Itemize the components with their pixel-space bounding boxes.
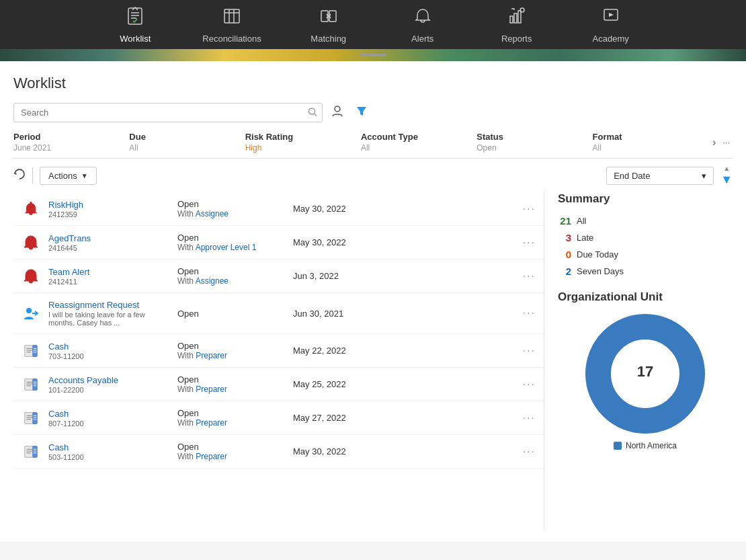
cash-503-more-button[interactable]: ···: [523, 446, 536, 458]
filter-account-type[interactable]: Account Type All: [361, 132, 476, 153]
filter-account-type-value: All: [361, 143, 463, 153]
summary-label-seven-days: Seven Days: [577, 266, 624, 276]
accounts-payable-preparer-link[interactable]: Preparer: [196, 385, 227, 394]
summary-row-seven-days: 2 Seven Days: [558, 266, 733, 277]
filter-button[interactable]: [352, 102, 371, 124]
cash-503-info: Cash 503-11200: [48, 442, 169, 461]
cash-503-status: Open With Preparer: [177, 442, 285, 461]
cash-703-status: Open With Preparer: [177, 341, 285, 360]
cash-703-icon: [22, 342, 40, 360]
cash-703-date: May 22, 2022: [293, 346, 367, 356]
svg-point-20: [30, 202, 32, 204]
accounts-payable-more-button[interactable]: ···: [523, 378, 536, 391]
accounts-payable-info: Accounts Payable 101-22200: [48, 375, 169, 394]
summary-label-late: Late: [577, 233, 593, 243]
svg-rect-4: [224, 9, 239, 23]
agedtrans-info: AgedTrans 2416445: [48, 233, 169, 252]
summary-label-due-today: Due Today: [577, 249, 618, 259]
filter-risk[interactable]: Risk Rating High: [245, 132, 361, 153]
filter-format-label: Format: [593, 132, 695, 142]
nav-item-alerts[interactable]: Alerts: [396, 7, 450, 44]
summary-row-late: 3 Late: [558, 232, 733, 243]
filter-status[interactable]: Status Open: [476, 132, 592, 153]
teamalert-more-button[interactable]: ···: [523, 270, 536, 282]
agedtrans-approver-link[interactable]: Approver Level 1: [196, 243, 257, 252]
summary-row-due-today: 0 Due Today: [558, 249, 733, 260]
cash-703-name[interactable]: Cash: [48, 342, 169, 352]
filter-format[interactable]: Format All: [593, 132, 708, 153]
filter-period[interactable]: Period June 2021: [13, 132, 129, 153]
svg-point-18: [335, 106, 340, 112]
summary-count-due-today: 0: [558, 249, 571, 260]
filter-due[interactable]: Due All: [129, 132, 245, 153]
riskhigh-id: 2412359: [48, 210, 169, 218]
filter-due-value: All: [129, 143, 231, 153]
nav-item-reports[interactable]: Reports: [490, 7, 544, 44]
user-filter-button[interactable]: [328, 102, 347, 124]
filter-format-value: All: [593, 143, 695, 153]
riskhigh-more-button[interactable]: ···: [523, 203, 536, 215]
filter-expand-button[interactable]: ›: [708, 135, 720, 150]
summary-label-all: All: [577, 216, 586, 226]
reassignment-more-button[interactable]: ···: [523, 307, 536, 319]
accounts-payable-id: 101-22200: [48, 386, 169, 394]
filter-more-button[interactable]: ···: [720, 136, 733, 149]
sort-down-button[interactable]: ▼: [720, 173, 733, 186]
filter-row: Period June 2021 Due All Risk Rating Hig…: [13, 132, 733, 159]
teamalert-status: Open With Assignee: [177, 266, 285, 286]
work-item-riskhigh[interactable]: RiskHigh 2412359 Open With Assignee May …: [13, 192, 544, 226]
cash-503-date: May 30, 2022: [293, 446, 367, 456]
nav-item-worklist[interactable]: Worklist: [108, 7, 162, 44]
filter-due-label: Due: [129, 132, 231, 142]
svg-line-17: [315, 114, 317, 116]
end-date-select[interactable]: End Date ▾: [606, 167, 714, 185]
sort-up-button[interactable]: ▲: [720, 165, 733, 172]
cash-503-status-with: With Preparer: [177, 452, 285, 461]
teamalert-name[interactable]: Team Alert: [48, 267, 169, 277]
agedtrans-status: Open With Approver Level 1: [177, 233, 285, 252]
work-item-reassignment[interactable]: Reassignment Request I will be taking le…: [13, 293, 544, 334]
work-item-cash-503[interactable]: Cash 503-11200 Open With Preparer May 30…: [13, 435, 544, 469]
nav-item-matching[interactable]: Matching: [302, 7, 356, 44]
work-item-cash-703[interactable]: Cash 703-11200 Open With Preparer May 22…: [13, 334, 544, 368]
donut-chart: 17 North America: [558, 313, 733, 450]
org-unit-title: Organizational Unit: [558, 290, 733, 304]
accounts-payable-name[interactable]: Accounts Payable: [48, 375, 169, 385]
cash-807-preparer-link[interactable]: Preparer: [196, 418, 227, 428]
agedtrans-name[interactable]: AgedTrans: [48, 233, 169, 243]
work-item-cash-807[interactable]: Cash 807-11200 Open With Preparer May 27…: [13, 401, 544, 435]
cash-807-name[interactable]: Cash: [48, 409, 169, 419]
cash-807-status-with: With Preparer: [177, 418, 285, 428]
agedtrans-more-button[interactable]: ···: [523, 237, 536, 249]
nav-label-alerts: Alerts: [411, 34, 433, 44]
actions-button[interactable]: Actions ▼: [40, 167, 97, 185]
work-item-agedtrans[interactable]: AgedTrans 2416445 Open With Approver Lev…: [13, 226, 544, 259]
refresh-button[interactable]: [13, 168, 26, 183]
reassignment-name[interactable]: Reassignment Request: [48, 300, 169, 310]
work-item-accounts-payable[interactable]: Accounts Payable 101-22200 Open With Pre…: [13, 368, 544, 401]
cash-703-more-button[interactable]: ···: [523, 345, 536, 357]
cash-807-more-button[interactable]: ···: [523, 412, 536, 424]
accounts-payable-status-with: With Preparer: [177, 385, 285, 394]
banner-handle[interactable]: [360, 54, 386, 56]
agedtrans-date: May 30, 2022: [293, 237, 367, 247]
accounts-payable-icon: [22, 375, 40, 394]
toolbar-divider: [32, 167, 33, 184]
cash-503-name[interactable]: Cash: [48, 442, 169, 452]
cash-703-preparer-link[interactable]: Preparer: [196, 351, 227, 360]
riskhigh-icon: [22, 200, 40, 218]
toolbar: Actions ▼ End Date ▾ ▲ ▼: [13, 165, 733, 186]
worklist-scroll-area[interactable]: RiskHigh 2412359 Open With Assignee May …: [13, 192, 544, 528]
nav-item-reconciliations[interactable]: Reconciliations: [202, 7, 261, 44]
riskhigh-assignee-link[interactable]: Assignee: [196, 209, 229, 218]
teamalert-assignee-link[interactable]: Assignee: [196, 276, 229, 286]
cash-503-preparer-link[interactable]: Preparer: [196, 452, 227, 461]
reassignment-status: Open: [177, 309, 285, 319]
top-navigation: Worklist Reconciliations Matching: [0, 0, 746, 49]
work-item-teamalert[interactable]: Team Alert 2412411 Open With Assignee Ju…: [13, 259, 544, 293]
riskhigh-name[interactable]: RiskHigh: [48, 200, 169, 210]
search-input[interactable]: [13, 103, 323, 122]
nav-item-academy[interactable]: Academy: [584, 7, 638, 44]
summary-count-late: 3: [558, 232, 571, 243]
donut-center-value: 17: [637, 363, 653, 380]
